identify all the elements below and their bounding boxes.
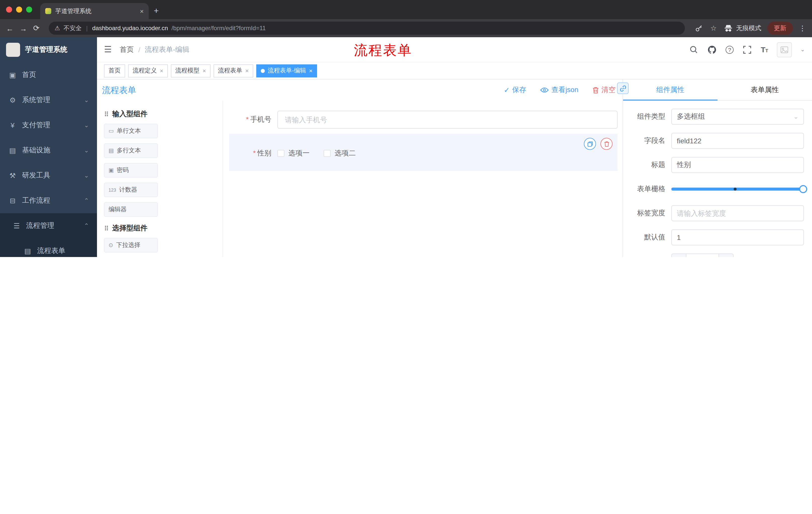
group-title-label: 选择型组件 <box>112 224 147 233</box>
password-key-icon[interactable] <box>694 24 703 33</box>
title-input[interactable] <box>671 157 804 173</box>
close-window-button[interactable] <box>6 6 12 12</box>
url-host: dashboard.yudao.iocoder.cn <box>92 25 168 32</box>
component-single-text[interactable]: ▭单行文本 <box>104 124 158 138</box>
sidebar-item-process-form[interactable]: ▤ 流程表单 <box>0 238 97 257</box>
tag-close-icon[interactable]: × <box>160 67 163 74</box>
min-select-value[interactable]: 至少应选 <box>686 254 719 257</box>
slider-handle[interactable] <box>799 185 807 193</box>
sidebar-item-system[interactable]: ⚙ 系统管理 ⌄ <box>0 87 97 113</box>
tag-close-icon[interactable]: × <box>203 67 206 74</box>
label-width-input[interactable] <box>671 205 804 221</box>
font-size-icon[interactable]: TT <box>761 45 768 54</box>
github-icon[interactable] <box>707 45 717 55</box>
form-canvas[interactable]: 手机号 <box>223 101 622 257</box>
chevron-up-icon: ⌃ <box>84 197 89 204</box>
component-type-select[interactable]: 多选框组 ⌄ <box>671 109 804 125</box>
back-icon[interactable]: ← <box>6 24 13 32</box>
gear-icon: ⚙ <box>8 96 17 104</box>
collapse-sidebar-icon[interactable]: ☰ <box>104 44 112 55</box>
tag-label: 首页 <box>109 66 121 75</box>
incognito-label: 无痕模式 <box>736 24 761 32</box>
address-bar[interactable]: ⚠ 不安全 | dashboard.yudao.iocoder.cn/bpm/m… <box>49 22 685 35</box>
field-name-input[interactable] <box>671 133 804 149</box>
component-label: 单行文本 <box>117 127 141 135</box>
phone-field[interactable]: 手机号 <box>229 111 617 129</box>
component-multi-text[interactable]: ▤多行文本 <box>104 143 158 158</box>
update-button[interactable]: 更新 <box>767 22 793 35</box>
bookmark-star-icon[interactable]: ☆ <box>709 24 718 33</box>
properties-panel: 组件属性 表单属性 组件类型 多选框组 ⌄ 字段名 <box>622 79 812 257</box>
tag-process-definition[interactable]: 流程定义 × <box>128 64 168 77</box>
help-icon[interactable]: ? <box>726 46 734 54</box>
component-counter[interactable]: 123计数器 <box>104 183 158 197</box>
tag-close-icon[interactable]: × <box>309 67 313 74</box>
sidebar-item-label: 支付管理 <box>22 121 79 130</box>
new-tab-button[interactable]: + <box>154 6 159 16</box>
browser-tab[interactable]: 芋道管理系统 × <box>40 3 149 19</box>
sidebar-item-infra[interactable]: ▤ 基础设施 ⌄ <box>0 138 97 163</box>
trash-icon <box>592 86 599 93</box>
slider-track[interactable] <box>671 188 804 191</box>
workflow-submenu: ☰ 流程管理 ⌃ ▤ 流程表单 ◎ 用户分组 ➤ 流程模型 ⊞ <box>0 213 97 257</box>
forward-icon[interactable]: → <box>20 24 27 32</box>
breadcrumb-separator: / <box>139 46 140 54</box>
tab-form-props[interactable]: 表单属性 <box>718 79 812 100</box>
component-label: 计数器 <box>119 186 137 194</box>
default-value-input[interactable] <box>671 229 804 245</box>
sidebar-item-devtools[interactable]: ⚒ 研发工具 ⌄ <box>0 163 97 188</box>
tag-home[interactable]: 首页 <box>104 64 125 77</box>
tag-label: 流程表单-编辑 <box>268 66 306 75</box>
brand: 芋道管理系统 <box>0 37 97 62</box>
tag-process-form-edit[interactable]: 流程表单-编辑 × <box>256 64 317 77</box>
tab-close-icon[interactable]: × <box>140 7 144 15</box>
gender-option-1-checkbox[interactable]: 选项一 <box>278 149 310 158</box>
brand-title: 芋道管理系统 <box>25 45 67 54</box>
gender-option-2-checkbox[interactable]: 选项二 <box>324 149 356 158</box>
avatar[interactable] <box>777 42 792 57</box>
tag-process-form[interactable]: 流程表单 × <box>213 64 253 77</box>
component-password[interactable]: ▣密码 <box>104 163 158 178</box>
delete-component-button[interactable] <box>601 138 612 150</box>
url-path: /bpm/manager/form/edit?formId=11 <box>172 25 266 32</box>
clear-button[interactable]: 清空 <box>592 85 615 94</box>
grid-slider[interactable] <box>671 181 804 197</box>
view-json-label: 查看json <box>551 85 578 94</box>
sidebar-item-home[interactable]: ▣ 首页 <box>0 62 97 87</box>
stepper-plus-button[interactable]: + <box>719 254 733 257</box>
zoom-window-button[interactable] <box>26 6 32 12</box>
copy-component-button[interactable] <box>584 138 596 150</box>
browser-tab-strip: 芋道管理系统 × + <box>0 0 812 19</box>
drag-group-icon: ⠿ <box>104 110 109 118</box>
phone-label: 手机号 <box>229 115 278 124</box>
reload-icon[interactable]: ⟳ <box>33 24 39 33</box>
search-icon[interactable] <box>688 45 698 55</box>
security-warning-icon[interactable]: ⚠ <box>55 25 60 32</box>
tag-process-model[interactable]: 流程模型 × <box>171 64 210 77</box>
tag-close-icon[interactable]: × <box>245 67 249 74</box>
stepper-minus-button[interactable]: − <box>672 254 686 257</box>
browser-menu-icon[interactable]: ⋮ <box>799 24 806 32</box>
link-handle-icon[interactable] <box>617 82 629 94</box>
avatar-chevron-down-icon[interactable]: ⌄ <box>801 46 805 53</box>
view-json-button[interactable]: 查看json <box>541 85 578 94</box>
component-type-label: 组件类型 <box>628 112 671 121</box>
phone-input[interactable] <box>278 111 617 129</box>
title-label: 标题 <box>628 160 671 169</box>
fullscreen-icon[interactable] <box>742 45 752 55</box>
minimize-window-button[interactable] <box>16 6 22 12</box>
sidebar-item-process-management[interactable]: ☰ 流程管理 ⌃ <box>0 213 97 238</box>
breadcrumb-home[interactable]: 首页 <box>120 45 134 54</box>
active-tag-dot <box>261 69 265 73</box>
save-button[interactable]: ✓ 保存 <box>504 85 526 94</box>
document-icon: ▤ <box>23 247 32 255</box>
component-dropdown[interactable]: ⊙下拉选择 <box>104 238 158 252</box>
component-label: 多行文本 <box>117 146 141 155</box>
tab-component-props[interactable]: 组件属性 <box>623 79 718 100</box>
clear-label: 清空 <box>602 85 615 94</box>
sidebar-item-payment[interactable]: ¥ 支付管理 ⌄ <box>0 113 97 138</box>
gender-field-selected[interactable]: 性别 选项一 选项二 <box>229 134 617 171</box>
component-editor[interactable]: 编辑器 <box>104 202 158 217</box>
sidebar-item-workflow[interactable]: ⊟ 工作流程 ⌃ <box>0 188 97 213</box>
sidebar-top: 芋道管理系统 ▣ 首页 ⚙ 系统管理 ⌄ ¥ 支付管理 ⌄ <box>0 37 97 213</box>
